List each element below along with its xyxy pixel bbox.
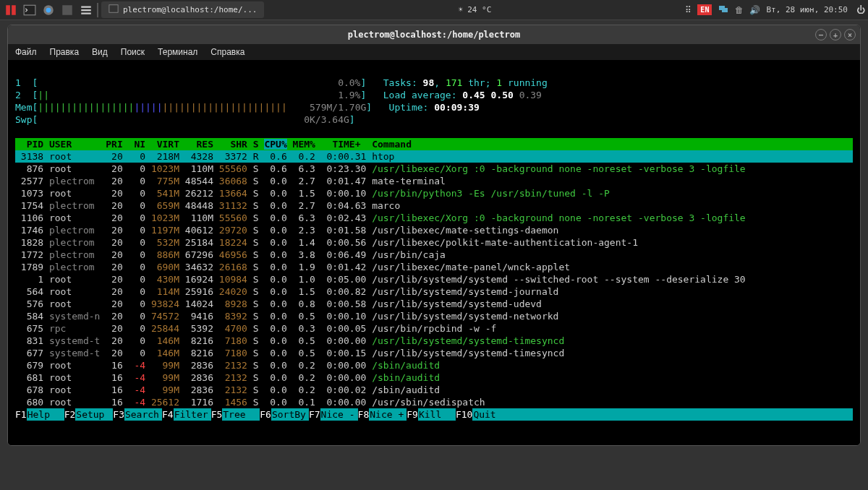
weather-icon: ☀ (459, 5, 464, 14)
terminal-content[interactable]: 1 [ 0.0%] Tasks: 98, 171 thr; 1 running … (8, 60, 860, 445)
fkey: F5 (211, 408, 223, 421)
maximize-button[interactable]: + (830, 29, 841, 40)
trash-icon[interactable]: 🗑 (735, 5, 744, 15)
taskbar-task[interactable]: plectrom@localhost:/home/... (101, 1, 264, 18)
keyboard-lang[interactable]: EN (697, 4, 712, 15)
clock[interactable]: Вт, 28 июн, 20:50 (766, 5, 848, 14)
svg-rect-5 (62, 5, 72, 15)
process-row[interactable]: 876 root 20 0 1023M 110M 55560 S 0.6 6.3… (15, 163, 853, 175)
weather-text: 24 °C (467, 5, 491, 14)
taskbar-divider (97, 3, 98, 17)
fkey-label[interactable]: Help (27, 408, 64, 421)
network-icon[interactable] (718, 3, 729, 17)
svg-rect-1 (12, 5, 16, 15)
fkey: F9 (407, 408, 418, 421)
process-row[interactable]: 1106 root 20 0 1023M 110M 55560 S 0.0 6.… (15, 212, 853, 224)
fkey: F3 (113, 408, 124, 421)
menu-terminal[interactable]: Терминал (158, 47, 197, 57)
fkey: F1 (15, 408, 27, 421)
taskbar-center: ☀ 24 °C (267, 5, 682, 14)
process-row[interactable]: 1 root 20 0 430M 16924 10984 S 0.0 1.0 0… (15, 273, 853, 285)
process-row[interactable]: 1754 plectrom 20 0 659M 48448 31132 S 0.… (15, 199, 853, 212)
process-row[interactable]: 2577 plectrom 20 0 775M 48544 36068 S 0.… (15, 175, 853, 187)
menu-help[interactable]: Справка (210, 47, 244, 57)
process-row[interactable]: 677 systemd-t 20 0 146M 8216 7180 S 0.0 … (15, 347, 853, 359)
htop-footer: F1Help F2Setup F3SearchF4FilterF5Tree F6… (15, 408, 853, 421)
task-label: plectrom@localhost:/home/... (123, 5, 257, 14)
process-row[interactable]: 1772 plectrom 20 0 886M 67296 46956 S 0.… (15, 249, 853, 261)
taskbar: plectrom@localhost:/home/... ☀ 24 °C ⠿ E… (0, 0, 868, 20)
menu-search[interactable]: Поиск (121, 47, 145, 57)
process-row[interactable]: 1828 plectrom 20 0 532M 25184 18224 S 0.… (15, 236, 853, 249)
window-title: plectrom@localhost:/home/plectrom (348, 30, 520, 40)
process-row[interactable]: 675 rpc 20 0 25844 5392 4700 S 0.0 0.3 0… (15, 322, 853, 335)
menu-file[interactable]: Файл (15, 47, 37, 57)
svg-rect-2 (24, 5, 35, 15)
svg-rect-0 (6, 5, 10, 15)
browser-icon[interactable] (41, 2, 56, 18)
fkey-label[interactable]: Quit (472, 408, 853, 421)
task-terminal-icon (109, 4, 119, 16)
app-icon[interactable] (59, 2, 75, 18)
process-row[interactable]: 1789 plectrom 20 0 690M 34632 26168 S 0.… (15, 261, 853, 273)
process-row[interactable]: 831 systemd-t 20 0 146M 8216 7180 S 0.0 … (15, 335, 853, 347)
fkey: F4 (162, 408, 174, 421)
menu-view[interactable]: Вид (92, 47, 108, 57)
window-controls: – + × (815, 29, 856, 40)
fkey-label[interactable]: Kill (418, 408, 456, 421)
fkey-label[interactable]: Search (124, 408, 162, 421)
svg-point-4 (46, 7, 51, 12)
activities-icon[interactable] (3, 2, 19, 18)
fkey-label[interactable]: Nice - (320, 408, 358, 421)
process-row[interactable]: 576 root 20 0 93824 14024 8928 S 0.0 0.8… (15, 298, 853, 310)
fkey: F8 (358, 408, 370, 421)
process-row[interactable]: 678 root 16 -4 99M 2836 2132 S 0.0 0.2 0… (15, 384, 853, 396)
fkey-label[interactable]: SortBy (271, 408, 309, 421)
minimize-button[interactable]: – (815, 29, 827, 40)
terminal-window: plectrom@localhost:/home/plectrom – + × … (7, 25, 861, 446)
process-row[interactable]: 584 systemd-n 20 0 74572 9416 8392 S 0.0… (15, 310, 853, 322)
close-button[interactable]: × (844, 29, 856, 40)
process-row[interactable]: 1073 root 20 0 541M 26212 13664 S 0.0 1.… (15, 187, 853, 199)
fkey: F2 (64, 408, 76, 421)
process-row[interactable]: 680 root 16 -4 25612 1716 1456 S 0.0 0.1… (15, 396, 853, 408)
process-row[interactable]: 679 root 16 -4 99M 2836 2132 S 0.0 0.2 0… (15, 359, 853, 371)
fkey: F7 (309, 408, 320, 421)
fkey-label[interactable]: Filter (174, 408, 211, 421)
fkey: F10 (456, 408, 472, 421)
taskbar-right: ⠿ EN 🗑 🔊 Вт, 28 июн, 20:50 ⏻ (685, 3, 865, 17)
process-row[interactable]: 564 root 20 0 114M 25916 24020 S 0.0 1.5… (15, 285, 853, 298)
process-row[interactable]: 3138 root 20 0 218M 4328 3372 R 0.6 0.2 … (15, 150, 853, 163)
svg-rect-8 (722, 8, 728, 12)
htop-meters: 1 [ 0.0%] Tasks: 98, 171 thr; 1 running … (15, 77, 548, 125)
terminal-launcher-icon[interactable] (22, 2, 38, 18)
process-row[interactable]: 1746 plectrom 20 0 1197M 40612 29720 S 0… (15, 224, 853, 236)
session-icon[interactable]: ⏻ (856, 5, 865, 15)
menubar: Файл Правка Вид Поиск Терминал Справка (8, 44, 860, 60)
fkey-label[interactable]: Setup (75, 408, 113, 421)
fkey: F6 (260, 408, 271, 421)
process-row[interactable]: 681 root 16 -4 99M 2836 2132 S 0.0 0.2 0… (15, 371, 853, 384)
grid-icon[interactable]: ⠿ (685, 5, 692, 15)
process-list: 3138 root 20 0 218M 4328 3372 R 0.6 0.2 … (15, 150, 853, 408)
sound-icon[interactable]: 🔊 (749, 5, 760, 15)
titlebar[interactable]: plectrom@localhost:/home/plectrom – + × (8, 25, 860, 44)
menu-edit[interactable]: Правка (50, 47, 80, 57)
htop-header: PID USER PRI NI VIRT RES SHR S CPU% MEM%… (15, 138, 853, 150)
menu-icon[interactable] (78, 2, 94, 18)
fkey-label[interactable]: Tree (222, 408, 260, 421)
svg-rect-6 (109, 5, 118, 13)
fkey-label[interactable]: Nice + (369, 408, 407, 421)
